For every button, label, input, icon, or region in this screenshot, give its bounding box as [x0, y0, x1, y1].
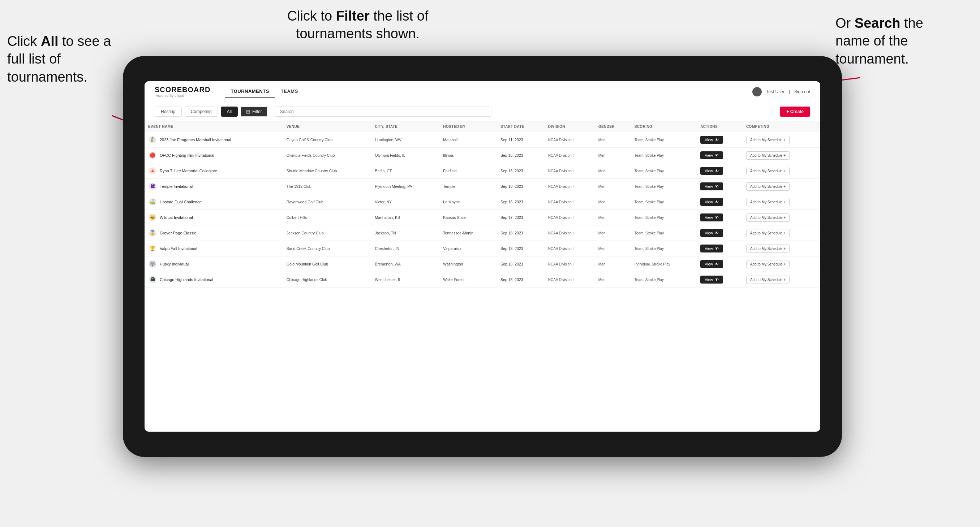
table-row: 🏅 Grover Page Classic Jackson Country Cl… — [145, 225, 820, 241]
filter-button[interactable]: ▤ Filter — [241, 106, 267, 117]
cell-event-name-3: 🏛 Temple Invitational — [145, 179, 283, 194]
view-button-1[interactable]: View 👁 — [700, 151, 723, 159]
table-header-row: EVENT NAME VENUE CITY, STATE HOSTED BY S… — [145, 121, 820, 132]
cell-scoring-1: Team, Stroke Play — [631, 148, 697, 163]
add-schedule-label-1: Add to My Schedule + — [750, 154, 786, 157]
svg-text:🐺: 🐺 — [150, 261, 156, 267]
cell-venue-1: Olympia Fields Country Club — [283, 148, 371, 163]
cell-gender-4: Men — [595, 194, 631, 210]
add-schedule-label-2: Add to My Schedule + — [750, 169, 786, 173]
event-name-text-5: Wildcat Invitational — [160, 215, 193, 220]
cell-competing-2: Add to My Schedule + — [743, 163, 820, 179]
tab-hosting[interactable]: Hosting — [155, 106, 182, 117]
cell-division-7: NCAA Division I — [544, 241, 595, 256]
event-name-text-4: Upstate Dual Challenge — [160, 200, 202, 204]
cell-city-8: Bremerton, WA — [371, 256, 440, 272]
event-name-text-9: Chicago Highlands Invitational — [160, 278, 213, 282]
svg-text:🔴: 🔴 — [150, 152, 156, 158]
cell-date-3: Sep 16, 2023 — [497, 179, 544, 194]
cell-hosted-2: Fairfield — [439, 163, 497, 179]
cell-event-name-1: 🔴 OFCC Fighting Illini Invitational — [145, 148, 283, 163]
view-button-0[interactable]: View 👁 — [700, 136, 723, 144]
cell-venue-4: Ravenwood Golf Club — [283, 194, 371, 210]
cell-gender-9: Men — [595, 272, 631, 287]
cell-venue-6: Jackson Country Club — [283, 225, 371, 241]
table-row: 🔺 Ryan T. Lee Memorial Collegiate Shuttl… — [145, 163, 820, 179]
tab-competing[interactable]: Competing — [185, 106, 218, 117]
view-label-7: View — [705, 246, 713, 251]
cell-competing-9: Add to My Schedule + — [743, 272, 820, 287]
col-venue: VENUE — [283, 121, 371, 132]
tab-all[interactable]: All — [221, 106, 238, 117]
tablet-device: SCOREBOARD Powered by clippd TOURNAMENTS… — [123, 56, 842, 457]
annotation-topright: Or Search thename of thetournament. — [835, 14, 973, 68]
cell-scoring-4: Team, Stroke Play — [631, 194, 697, 210]
add-schedule-button-1[interactable]: Add to My Schedule + — [746, 151, 789, 160]
main-nav: TOURNAMENTS TEAMS — [225, 86, 304, 97]
app-logo-sub: Powered by clippd — [155, 94, 210, 97]
cell-city-3: Plymouth Meeting, PA — [371, 179, 440, 194]
cell-competing-4: Add to My Schedule + — [743, 194, 820, 210]
view-label-1: View — [705, 153, 713, 157]
col-division: DIVISION — [544, 121, 595, 132]
cell-date-7: Sep 18, 2023 — [497, 241, 544, 256]
create-button[interactable]: + Create — [780, 106, 810, 117]
cell-gender-5: Men — [595, 210, 631, 225]
cell-actions-9: View 👁 — [697, 272, 743, 287]
header-right: Test User | Sign out — [752, 87, 810, 97]
search-input[interactable] — [275, 106, 492, 117]
nav-tournaments[interactable]: TOURNAMENTS — [225, 86, 275, 97]
cell-city-6: Jackson, TN — [371, 225, 440, 241]
cell-event-name-9: 🏔 Chicago Highlands Invitational — [145, 272, 283, 287]
svg-text:⛳: ⛳ — [150, 198, 156, 205]
cell-venue-7: Sand Creek Country Club — [283, 241, 371, 256]
add-schedule-button-3[interactable]: Add to My Schedule + — [746, 183, 789, 191]
svg-text:🏌: 🏌 — [150, 137, 156, 143]
svg-text:🐱: 🐱 — [150, 214, 156, 220]
cell-hosted-3: Temple — [439, 179, 497, 194]
sign-out-link[interactable]: Sign out — [794, 89, 810, 94]
cell-gender-0: Men — [595, 132, 631, 148]
col-actions: ACTIONS — [697, 121, 743, 132]
add-schedule-button-8[interactable]: Add to My Schedule + — [746, 260, 789, 268]
add-schedule-button-6[interactable]: Add to My Schedule + — [746, 229, 789, 237]
nav-teams[interactable]: TEAMS — [275, 86, 304, 97]
add-schedule-button-0[interactable]: Add to My Schedule + — [746, 136, 789, 144]
table-row: ⛳ Upstate Dual Challenge Ravenwood Golf … — [145, 194, 820, 210]
cell-gender-1: Men — [595, 148, 631, 163]
svg-text:🏛: 🏛 — [150, 184, 155, 189]
cell-scoring-0: Team, Stroke Play — [631, 132, 697, 148]
view-button-2[interactable]: View 👁 — [700, 167, 723, 175]
add-schedule-button-4[interactable]: Add to My Schedule + — [746, 198, 789, 206]
cell-division-4: NCAA Division I — [544, 194, 595, 210]
cell-gender-2: Men — [595, 163, 631, 179]
view-button-3[interactable]: View 👁 — [700, 183, 723, 190]
cell-division-8: NCAA Division I — [544, 256, 595, 272]
view-button-7[interactable]: View 👁 — [700, 244, 723, 252]
view-button-9[interactable]: View 👁 — [700, 276, 723, 284]
view-label-2: View — [705, 169, 713, 173]
view-button-4[interactable]: View 👁 — [700, 198, 723, 206]
cell-city-5: Manhattan, KS — [371, 210, 440, 225]
add-schedule-button-5[interactable]: Add to My Schedule + — [746, 213, 789, 222]
team-logo-7: 🏆 — [148, 244, 157, 253]
event-name-text-1: OFCC Fighting Illini Invitational — [160, 153, 214, 157]
cell-hosted-0: Marshall — [439, 132, 497, 148]
svg-text:🔺: 🔺 — [150, 168, 156, 174]
cell-gender-6: Men — [595, 225, 631, 241]
user-avatar — [752, 87, 762, 97]
event-name-text-3: Temple Invitational — [160, 184, 192, 189]
cell-date-2: Sep 16, 2023 — [497, 163, 544, 179]
filter-label: Filter — [252, 109, 262, 114]
add-schedule-button-9[interactable]: Add to My Schedule + — [746, 276, 789, 284]
view-button-5[interactable]: View 👁 — [700, 213, 723, 221]
view-button-8[interactable]: View 👁 — [700, 260, 723, 268]
cell-date-0: Sep 11, 2023 — [497, 132, 544, 148]
add-schedule-button-7[interactable]: Add to My Schedule + — [746, 244, 789, 253]
team-logo-3: 🏛 — [148, 182, 157, 191]
table-row: 🐺 Husky Individual Gold Mountain Golf Cl… — [145, 256, 820, 272]
add-schedule-button-2[interactable]: Add to My Schedule + — [746, 167, 789, 175]
view-button-6[interactable]: View 👁 — [700, 229, 723, 237]
cell-competing-3: Add to My Schedule + — [743, 179, 820, 194]
cell-date-6: Sep 18, 2023 — [497, 225, 544, 241]
